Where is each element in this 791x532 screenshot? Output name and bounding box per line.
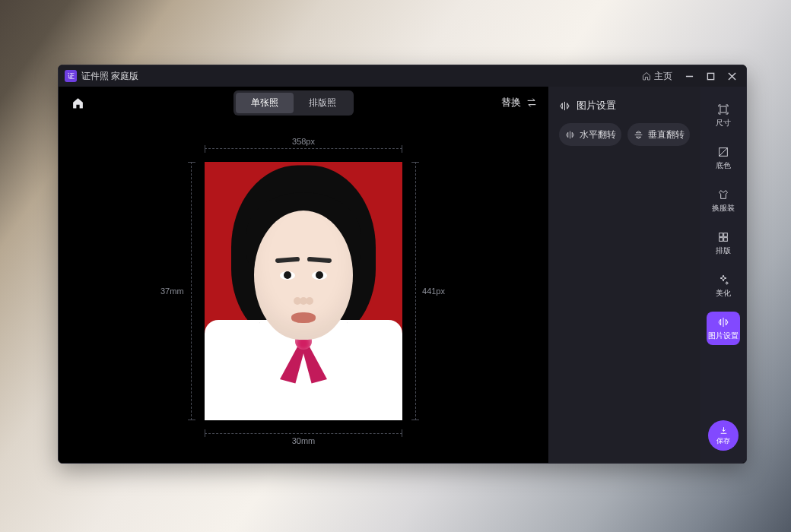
flip-buttons: 水平翻转 垂直翻转 bbox=[559, 123, 690, 146]
tab-layout[interactable]: 排版照 bbox=[294, 93, 351, 113]
minimize-button[interactable] bbox=[681, 68, 697, 84]
sparkle-icon bbox=[717, 274, 729, 286]
ruler-top bbox=[205, 148, 402, 149]
download-icon bbox=[719, 426, 729, 435]
home-button[interactable] bbox=[69, 94, 86, 111]
tool-rail: 尺寸 底色 换服装 排版 美化 图片设置 bbox=[700, 87, 746, 463]
photo-container: 358px 30mm 37mm 441px bbox=[205, 162, 402, 420]
svg-line-6 bbox=[720, 147, 728, 156]
replace-button[interactable]: 替换 bbox=[501, 96, 538, 109]
svg-rect-4 bbox=[720, 106, 726, 112]
flip-icon bbox=[717, 316, 729, 328]
flip-v-icon bbox=[634, 130, 643, 140]
titlebar: 证 证件照 家庭版 主页 bbox=[59, 65, 746, 87]
ruler-bottom bbox=[205, 433, 402, 434]
rail-item-image-settings[interactable]: 图片设置 bbox=[707, 312, 740, 345]
rail-item-size[interactable]: 尺寸 bbox=[707, 99, 740, 132]
dim-label-left: 37mm bbox=[160, 287, 184, 296]
save-button[interactable]: 保存 bbox=[708, 420, 739, 451]
flip-horizontal-button[interactable]: 水平翻转 bbox=[559, 123, 621, 146]
side-panel: 图片设置 水平翻转 垂直翻转 bbox=[548, 87, 700, 463]
svg-rect-8 bbox=[724, 233, 728, 236]
flip-h-icon bbox=[565, 130, 575, 140]
svg-rect-10 bbox=[724, 237, 728, 241]
rail-item-bgcolor[interactable]: 底色 bbox=[707, 141, 740, 175]
dim-label-right: 441px bbox=[422, 287, 445, 296]
mode-tabs: 单张照 排版照 bbox=[233, 90, 354, 116]
panel-title: 图片设置 bbox=[559, 99, 690, 112]
app-logo-icon: 证 bbox=[65, 70, 77, 82]
portrait-face bbox=[254, 211, 353, 340]
bgcolor-icon bbox=[717, 146, 729, 158]
maximize-icon bbox=[707, 72, 715, 81]
close-button[interactable] bbox=[723, 68, 740, 84]
ruler-right bbox=[415, 162, 416, 420]
dim-label-top: 358px bbox=[292, 137, 315, 146]
toolbar: 单张照 排版照 替换 bbox=[59, 87, 548, 119]
ruler-left bbox=[191, 162, 192, 420]
flip-vertical-button[interactable]: 垂直翻转 bbox=[627, 123, 690, 146]
swap-icon bbox=[526, 97, 538, 109]
main-page-label: 主页 bbox=[654, 70, 672, 83]
photo-preview[interactable] bbox=[205, 162, 402, 420]
app-title: 证件照 家庭版 bbox=[81, 70, 138, 83]
rail-item-beautify[interactable]: 美化 bbox=[707, 269, 740, 302]
house-icon bbox=[71, 97, 84, 109]
svg-rect-7 bbox=[720, 233, 723, 236]
size-icon bbox=[717, 103, 729, 116]
canvas[interactable]: 358px 30mm 37mm 441px bbox=[59, 119, 548, 463]
content-area: 单张照 排版照 替换 bbox=[59, 87, 746, 463]
rail-item-layout[interactable]: 排版 bbox=[707, 226, 740, 260]
minimize-icon bbox=[685, 72, 694, 81]
rail-item-clothing[interactable]: 换服装 bbox=[707, 184, 740, 217]
close-icon bbox=[728, 72, 736, 81]
replace-label: 替换 bbox=[501, 96, 521, 109]
flip-icon bbox=[559, 100, 570, 112]
main-page-button[interactable]: 主页 bbox=[638, 68, 676, 84]
dim-label-bottom: 30mm bbox=[292, 436, 316, 445]
app-window: 证 证件照 家庭版 主页 单张照 排版照 bbox=[58, 65, 747, 464]
tab-single[interactable]: 单张照 bbox=[236, 93, 294, 113]
layout-icon bbox=[717, 231, 729, 243]
svg-rect-9 bbox=[720, 237, 723, 241]
stage-wrap: 单张照 排版照 替换 bbox=[59, 87, 548, 463]
clothing-icon bbox=[717, 188, 729, 201]
home-icon bbox=[642, 71, 651, 81]
svg-rect-1 bbox=[707, 73, 713, 79]
maximize-button[interactable] bbox=[702, 68, 719, 84]
